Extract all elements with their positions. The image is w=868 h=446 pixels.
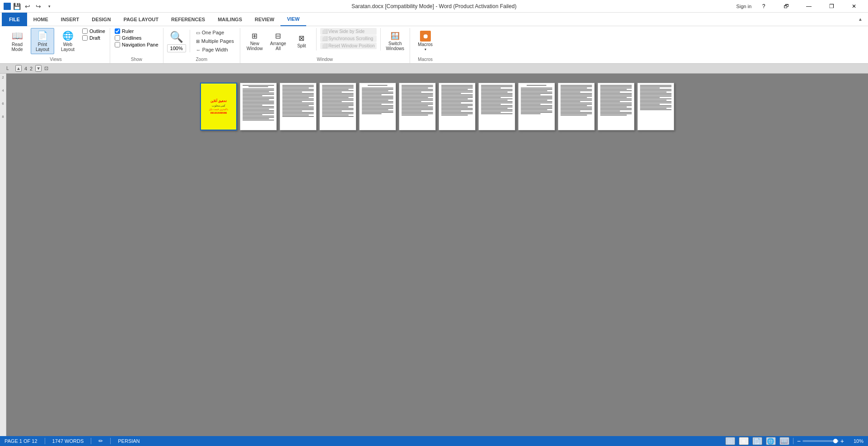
tab-design[interactable]: DESIGN <box>85 13 117 26</box>
split-icon: ⊠ <box>299 34 304 42</box>
outline-view-btn[interactable]: ≡ <box>739 437 749 445</box>
page-thumb-12[interactable] <box>637 83 674 130</box>
zoom-minus-btn[interactable]: − <box>797 437 801 445</box>
language-status[interactable]: PERSIAN <box>118 438 140 444</box>
nav-pane-check[interactable]: Navigation Pane <box>114 42 159 48</box>
web-layout-button[interactable]: 🌐 WebLayout <box>56 28 79 54</box>
zoom-icon[interactable]: 🔍 <box>170 31 183 43</box>
cover-phone: 09191506586 <box>210 112 227 114</box>
page-thumb-5[interactable] <box>359 83 396 130</box>
page-thumb-11[interactable] <box>597 83 635 130</box>
multiple-pages-button[interactable]: ⊞ Multiple Pages <box>194 37 236 45</box>
undo-quick-btn[interactable]: ↩ <box>23 1 33 11</box>
page-text-5 <box>359 83 396 116</box>
zoom-view-options: ▭ One Page ⊞ Multiple Pages ↔ Page Width <box>194 28 236 54</box>
page-text-7 <box>439 83 475 117</box>
one-page-icon: ▭ <box>196 30 200 35</box>
page-select-icon[interactable]: ⊡ <box>44 65 48 71</box>
redo-quick-btn[interactable]: ↪ <box>33 1 43 11</box>
customize-quick-btn[interactable]: ▾ <box>44 1 54 11</box>
web-view-btn[interactable]: 🌐 <box>766 437 776 445</box>
ruler-check[interactable]: Ruler <box>114 28 159 34</box>
cover-sub2: با کمترین قیمت بازار <box>209 108 228 111</box>
ribbon-group-show: Ruler Gridlines Navigation Pane Show <box>110 28 163 63</box>
document-area[interactable]: تحقیق آنلاین کمی محلوب با کمترین قیمت با… <box>6 74 868 436</box>
normal-view-btn[interactable]: ⊟ <box>725 437 735 445</box>
ribbon-display-button[interactable]: 🗗 <box>776 0 797 13</box>
switch-windows-label: SwitchWindows <box>386 41 404 51</box>
sync-scroll-label: Synchronous Scrolling <box>328 36 373 41</box>
page-thumb-7[interactable] <box>439 83 476 130</box>
ribbon-group-window: ⊞ NewWindow ⊟ ArrangeAll ⊠ Split ⬜ <box>240 28 410 63</box>
page-thumb-1[interactable]: تحقیق آنلاین کمی محلوب با کمترین قیمت با… <box>200 83 237 130</box>
close-button[interactable]: ✕ <box>844 0 864 13</box>
word-count-status: 1747 WORDS <box>52 438 84 444</box>
page-thumb-2[interactable] <box>240 83 277 130</box>
tab-insert[interactable]: INSERT <box>55 13 85 26</box>
switch-windows-button[interactable]: 🪟 SwitchWindows <box>384 28 406 54</box>
zoom-track[interactable] <box>803 440 839 442</box>
page-num2: 2 <box>30 66 33 71</box>
reset-window-button[interactable]: ⬜ Reset Window Position <box>320 42 377 49</box>
print-layout-button[interactable]: 📄 PrintLayout <box>31 28 54 54</box>
zoom-plus-btn[interactable]: + <box>840 437 844 445</box>
page-thumb-8[interactable] <box>478 83 515 130</box>
zoom-100-button[interactable]: 100% <box>167 44 186 52</box>
edit-mode-icon[interactable]: ✏ <box>98 438 103 444</box>
zoom-percentage: 10% <box>848 438 863 444</box>
read-view-btn[interactable]: 📖 <box>779 437 789 445</box>
read-mode-button[interactable]: 📖 ReadMode <box>5 28 29 54</box>
zoom-slider[interactable]: − + <box>797 437 844 445</box>
restore-button[interactable]: ❐ <box>821 0 842 13</box>
new-window-button[interactable]: ⊞ NewWindow <box>244 28 266 54</box>
tab-view[interactable]: VIEW <box>280 13 306 26</box>
ribbon-group-zoom: 🔍 100% ▭ One Page ⊞ Multiple Pages <box>163 28 240 63</box>
page-text-6 <box>399 83 435 117</box>
next-page-btn[interactable]: ▼ <box>35 65 42 72</box>
draft-check[interactable]: Draft <box>81 35 106 41</box>
page-thumb-9[interactable] <box>518 83 555 130</box>
status-sep2 <box>91 438 91 444</box>
minimize-button[interactable]: — <box>798 0 819 13</box>
web-layout-label: WebLayout <box>61 42 75 52</box>
macros-arrow: ▾ <box>425 47 426 51</box>
new-window-label: NewWindow <box>247 41 263 51</box>
tab-home[interactable]: HOME <box>27 13 55 26</box>
read-mode-icon: 📖 <box>12 30 23 41</box>
page-thumb-6[interactable] <box>399 83 436 130</box>
view-side-by-side-button[interactable]: ⬜ View Side by Side <box>320 28 377 35</box>
sign-in-button[interactable]: Sign in <box>736 4 751 9</box>
save-quick-btn[interactable]: 💾 <box>12 1 22 11</box>
page-text-11 <box>598 83 634 117</box>
vertical-ruler: 2 4 6 8 <box>0 74 6 436</box>
macros-button[interactable]: ⏺ Macros ▾ <box>414 28 437 54</box>
view-check-group: Outline Draft <box>81 28 106 41</box>
one-page-button[interactable]: ▭ One Page <box>194 28 236 37</box>
sync-scrolling-button[interactable]: ⬜ Synchronous Scrolling <box>320 35 377 42</box>
page-width-button[interactable]: ↔ Page Width <box>194 46 236 54</box>
tab-file[interactable]: FILE <box>2 13 27 26</box>
arrange-all-button[interactable]: ⊟ ArrangeAll <box>267 28 289 54</box>
view-side-icon: ⬜ <box>322 29 327 34</box>
tab-review[interactable]: REVIEW <box>248 13 280 26</box>
pages-row: تحقیق آنلاین کمی محلوب با کمترین قیمت با… <box>200 83 674 130</box>
tab-mailings[interactable]: MAILINGS <box>211 13 248 26</box>
gridlines-check[interactable]: Gridlines <box>114 35 159 41</box>
window-sub-buttons: ⬜ View Side by Side ⬜ Synchronous Scroll… <box>320 28 377 49</box>
page-thumb-10[interactable] <box>558 83 595 130</box>
zoom-thumb[interactable] <box>833 439 838 443</box>
outline-check[interactable]: Outline <box>81 28 106 34</box>
print-view-btn[interactable]: 📄 <box>752 437 762 445</box>
window-separator2 <box>380 28 381 51</box>
ribbon-collapse-btn[interactable]: ▲ <box>854 16 866 23</box>
status-bar-right: ⊟ ≡ 📄 🌐 📖 − + 10% <box>725 437 863 445</box>
multiple-pages-icon: ⊞ <box>196 39 200 44</box>
tab-references[interactable]: REFERENCES <box>165 13 211 26</box>
help-button[interactable]: ? <box>753 0 774 13</box>
page-thumb-3[interactable] <box>280 83 317 130</box>
prev-page-btn[interactable]: ▲ <box>15 65 22 72</box>
ruler-corner-indicator: L <box>6 66 13 71</box>
page-thumb-4[interactable] <box>319 83 356 130</box>
split-button[interactable]: ⊠ Split <box>291 28 313 54</box>
tab-page-layout[interactable]: PAGE LAYOUT <box>117 13 165 26</box>
